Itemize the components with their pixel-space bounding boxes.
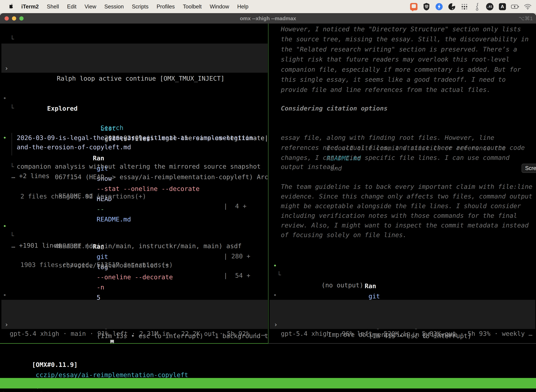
git-log-truncation-line: … +1901 lines [0,240,268,251]
menubar-status-icons: ..61 A [410,3,536,11]
git-log-stat-line: src/voice/voiceModeEnabled.ts | 54 + [0,250,268,260]
menu-scripts[interactable]: Scripts [128,4,153,10]
git-status-output-line: └ (no output) [268,260,536,270]
screen-recording-indicator-icon[interactable] [410,3,418,11]
reasoning-line: essay file, along with finding root file… [268,133,536,143]
reasoning-line: review. Also, I might want to inspect th… [268,220,536,230]
model-status-line: gpt-5.4 xhigh · 96% left · 520K in · 5.8… [268,329,536,339]
git-log-summary-line: 1903 files changed, 513517 insertions(+) [0,260,268,270]
reasoning-line: including verification notes with those … [268,210,536,221]
wifi-icon[interactable] [524,3,532,11]
reasoning-line: the source tree, missing the essay. Stil… [268,34,536,44]
menu-view[interactable]: View [81,4,100,10]
omx-status-bar: [OMX#0.11.9] cczip/essay/ai-reimplementa… [1,350,188,360]
reasoning-line: evidence. Since this change only affects… [268,191,536,201]
explored-list-line: └ List git ls-files [0,93,268,103]
reasoning-line: companion file, especially if more comme… [268,65,536,75]
menubar-menus: iTerm2 Shell Edit View Session Scripts P… [0,4,253,10]
git-log-output-line: └ 4b9d30f (origin/main, instructkr/main,… [0,221,268,231]
git-show-truncation-line: … +2 lines [0,171,268,181]
git-log-stat-line: README.md | 280 + [0,231,268,241]
pie-logo-icon[interactable] [448,3,456,11]
tmux-session-window[interactable]: [omx-cczip0:bash* [1,388,66,392]
iterm2-window: omx --xhigh --madmax ⌥⌘1 └ No agents com… [0,13,536,392]
explored-search-line: Search 2026-03-09-is-legal-the-same-as-l… [0,103,268,112]
reasoning-line: provide file and line references from th… [268,85,536,95]
reasoning-line: slight risk that future readers may over… [268,54,536,65]
dots-grid-icon[interactable] [460,3,469,11]
ran-git-log-command: • Ran git log --oneline --decorate -n 5 … [0,211,268,221]
reasoning-line: changes, I can't cite specific file line… [268,153,536,163]
terminal-area: └ No agents completed yet › Ralph loop a… [0,23,536,392]
screen-share-overlay-button[interactable]: Scre [522,164,536,173]
reasoning-line: output instead. [268,162,536,172]
input-source-icon[interactable]: A [498,3,507,11]
pane-bottom-border [268,343,536,344]
tree-corner: └ [277,270,281,280]
git-show-output-line: └ 067f154 (HEAD -> essay/ai-reimplementa… [0,152,268,162]
menu-help[interactable]: Help [233,4,253,10]
git-show-stat-line: README.md | 4 + [0,181,268,191]
ralph-loop-banner: › Ralph loop active continue [OMX_TMUX_I… [1,44,268,73]
menu-window[interactable]: Window [206,4,233,10]
squiggle-icon[interactable] [473,3,481,11]
spark-badge-icon[interactable] [435,3,443,11]
battery-icon[interactable] [511,3,519,11]
working-status-line: • Wor king (11m 13s • esc to interrupt) … [0,280,268,290]
reasoning-line: However, I noticed the "Directory Struct… [268,24,536,34]
git-show-output-line: companion analysis without altering the … [0,161,268,172]
tmux-pane-right[interactable]: However, I noticed the "Directory Struct… [268,23,536,343]
reasoning-line: this single essay, it seems like a good … [268,75,536,85]
window-title: omx --xhigh --madmax [0,13,536,23]
ran-git-show-command: • Ran git show --stat --oneline --decora… [0,123,268,133]
reasoning-line: I could cite commit statistics or refere… [268,123,536,133]
reasoning-line: references need actual files, and since … [268,143,536,153]
prompt-chevron-icon: › [274,319,278,330]
omx-branch-path: cczip/essay/ai-reimplementation-copyleft [32,371,188,378]
tree-corner: └ [10,34,14,44]
reasoning-line: The team guideline is to back every impo… [268,182,536,192]
apple-menu-icon[interactable] [10,4,15,10]
prompt-chevron-icon: › [5,319,9,330]
menu-toolbelt[interactable]: Toolbelt [179,4,206,10]
chevron-icon: › [5,63,9,73]
bullet-icon: • [273,290,277,300]
menu-profiles[interactable]: Profiles [153,4,179,10]
bullet-icon: • [3,290,7,300]
menu-iterm2[interactable]: iTerm2 [17,4,43,10]
reasoning-line: the "Related research writing" section i… [268,44,536,54]
desktop: iTerm2 Shell Edit View Session Scripts P… [0,0,536,392]
text-cursor: I [110,340,114,343]
pane-bottom-border-active [0,343,268,344]
ran-git-status-command: • Ran git status --short [268,250,536,261]
reasoning-heading: Considering citation options [268,103,536,113]
password-shield-icon[interactable] [422,3,431,11]
window-shortcut-badge: ⌥⌘1 [519,13,533,23]
tmux-pane-left[interactable]: └ No agents completed yet › Ralph loop a… [0,23,268,343]
tmux-status-bar: [omx-cczip0:bash* "MacBook-Pro-44.local"… [0,378,536,388]
reasoning-line: of focusing solely on file lines. [268,230,536,240]
window-titlebar[interactable]: omx --xhigh --madmax ⌥⌘1 [0,13,536,23]
git-show-output-line: and-the-erosion-of-copyleft.md [0,142,268,152]
battery-percent-badge-icon[interactable]: ..61 [486,3,494,11]
omx-version: [OMX#0.11.9] [32,361,77,368]
menu-shell[interactable]: Shell [43,4,63,10]
menubar: iTerm2 Shell Edit View Session Scripts P… [0,0,536,13]
model-status-line: gpt-5.4 xhigh · main · 91% left · 2.31M … [0,329,268,339]
pane-divider[interactable] [268,23,268,344]
agent-prompt-input[interactable]: › I mprove documentation in @filename [1,300,268,329]
explored-header: • Explored [0,83,268,93]
reasoning-line: might be acceptable alongside the file l… [268,201,536,211]
menu-session[interactable]: Session [100,4,128,10]
agent-prompt-input[interactable]: › Improve documentation in @filename [270,300,535,329]
menu-edit[interactable]: Edit [63,4,80,10]
waiting-status-line: • Wai ting for background terminal (1m 4… [268,280,536,290]
git-show-summary-line: 2 files changed, 92 insertions(+) [0,191,268,201]
git-show-output-line: 2026-03-09-is-legal-the-same-as-legitima… [0,133,268,143]
agents-summary-line: └ No agents completed yet [0,24,268,34]
